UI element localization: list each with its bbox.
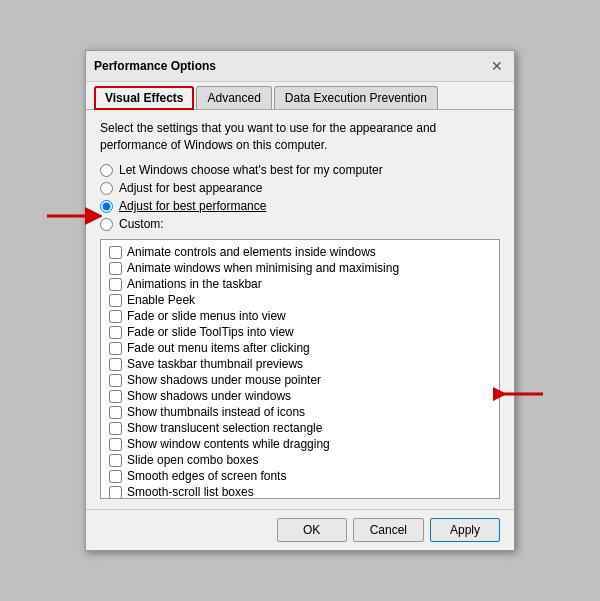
checkbox-item: Show window contents while dragging <box>103 436 497 452</box>
checkbox-label-8[interactable]: Show shadows under mouse pointer <box>127 373 321 387</box>
apply-button[interactable]: Apply <box>430 518 500 542</box>
checkbox-item: Show shadows under windows <box>103 388 497 404</box>
radio-best-performance-label[interactable]: Adjust for best performance <box>119 199 266 213</box>
checkbox-label-0[interactable]: Animate controls and elements inside win… <box>127 245 376 259</box>
checkbox-input-14[interactable] <box>109 470 122 483</box>
checkbox-input-0[interactable] <box>109 246 122 259</box>
checkbox-label-9[interactable]: Show shadows under windows <box>127 389 291 403</box>
radio-best-appearance: Adjust for best appearance <box>100 181 500 195</box>
radio-best-performance: Adjust for best performance <box>100 199 500 213</box>
checkbox-input-6[interactable] <box>109 342 122 355</box>
checkbox-input-3[interactable] <box>109 294 122 307</box>
checkbox-input-5[interactable] <box>109 326 122 339</box>
red-arrow-icon <box>42 201 102 231</box>
checkbox-item: Animate windows when minimising and maxi… <box>103 260 497 276</box>
radio-custom: Custom: <box>100 217 500 231</box>
checkbox-label-15[interactable]: Smooth-scroll list boxes <box>127 485 254 499</box>
checkbox-label-12[interactable]: Show window contents while dragging <box>127 437 330 451</box>
checkbox-wrapper: Animate controls and elements inside win… <box>100 239 500 499</box>
tab-data-execution-prevention[interactable]: Data Execution Prevention <box>274 86 438 109</box>
checkbox-item: Save taskbar thumbnail previews <box>103 356 497 372</box>
tabs-container: Visual Effects Advanced Data Execution P… <box>86 82 514 110</box>
tab-visual-effects[interactable]: Visual Effects <box>94 86 194 110</box>
checkbox-label-7[interactable]: Save taskbar thumbnail previews <box>127 357 303 371</box>
checkbox-input-12[interactable] <box>109 438 122 451</box>
checkbox-item: Show shadows under mouse pointer <box>103 372 497 388</box>
tab-advanced[interactable]: Advanced <box>196 86 271 109</box>
checkbox-input-10[interactable] <box>109 406 122 419</box>
dialog-title: Performance Options <box>94 59 216 73</box>
performance-options-dialog: Performance Options ✕ Visual Effects Adv… <box>85 50 515 552</box>
checkbox-input-4[interactable] <box>109 310 122 323</box>
checkbox-item: Smooth edges of screen fonts <box>103 468 497 484</box>
radio-custom-label[interactable]: Custom: <box>119 217 164 231</box>
checkbox-input-7[interactable] <box>109 358 122 371</box>
checkbox-label-10[interactable]: Show thumbnails instead of icons <box>127 405 305 419</box>
checkbox-item: Fade out menu items after clicking <box>103 340 497 356</box>
radio-let-windows-input[interactable] <box>100 164 113 177</box>
checkbox-input-2[interactable] <box>109 278 122 291</box>
ok-button[interactable]: OK <box>277 518 347 542</box>
radio-group: Let Windows choose what's best for my co… <box>100 163 500 231</box>
checkbox-input-1[interactable] <box>109 262 122 275</box>
checkbox-list: Animate controls and elements inside win… <box>100 239 500 499</box>
checkbox-input-15[interactable] <box>109 486 122 499</box>
checkbox-item: Animations in the taskbar <box>103 276 497 292</box>
checkbox-item: Show thumbnails instead of icons <box>103 404 497 420</box>
radio-options-wrapper: Let Windows choose what's best for my co… <box>100 163 500 231</box>
title-bar: Performance Options ✕ <box>86 51 514 82</box>
checkbox-label-4[interactable]: Fade or slide menus into view <box>127 309 286 323</box>
dialog-footer: OK Cancel Apply <box>86 509 514 550</box>
checkbox-item: Fade or slide ToolTips into view <box>103 324 497 340</box>
checkbox-input-13[interactable] <box>109 454 122 467</box>
checkbox-label-6[interactable]: Fade out menu items after clicking <box>127 341 310 355</box>
checkbox-label-13[interactable]: Slide open combo boxes <box>127 453 258 467</box>
radio-best-appearance-input[interactable] <box>100 182 113 195</box>
checkbox-label-5[interactable]: Fade or slide ToolTips into view <box>127 325 294 339</box>
checkbox-label-1[interactable]: Animate windows when minimising and maxi… <box>127 261 399 275</box>
checkbox-item: Enable Peek <box>103 292 497 308</box>
checkbox-input-11[interactable] <box>109 422 122 435</box>
radio-let-windows: Let Windows choose what's best for my co… <box>100 163 500 177</box>
close-button[interactable]: ✕ <box>488 57 506 75</box>
red-arrow2-icon <box>493 379 548 409</box>
cancel-button[interactable]: Cancel <box>353 518 424 542</box>
checkbox-item: Slide open combo boxes <box>103 452 497 468</box>
checkbox-item: Fade or slide menus into view <box>103 308 497 324</box>
checkbox-item: Show translucent selection rectangle <box>103 420 497 436</box>
tab-content: Select the settings that you want to use… <box>86 110 514 510</box>
checkbox-label-2[interactable]: Animations in the taskbar <box>127 277 262 291</box>
checkbox-input-9[interactable] <box>109 390 122 403</box>
checkbox-item: Smooth-scroll list boxes <box>103 484 497 499</box>
checkbox-item: Animate controls and elements inside win… <box>103 244 497 260</box>
description-text: Select the settings that you want to use… <box>100 120 500 154</box>
checkbox-label-3[interactable]: Enable Peek <box>127 293 195 307</box>
radio-let-windows-label[interactable]: Let Windows choose what's best for my co… <box>119 163 383 177</box>
radio-best-appearance-label[interactable]: Adjust for best appearance <box>119 181 262 195</box>
checkbox-label-11[interactable]: Show translucent selection rectangle <box>127 421 322 435</box>
checkbox-label-14[interactable]: Smooth edges of screen fonts <box>127 469 286 483</box>
checkbox-input-8[interactable] <box>109 374 122 387</box>
